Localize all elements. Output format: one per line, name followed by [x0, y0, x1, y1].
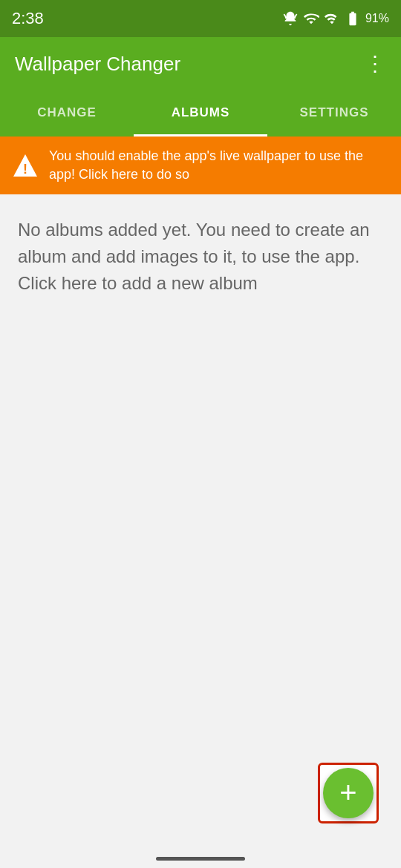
- wifi-icon: [303, 10, 319, 27]
- plus-icon: +: [339, 777, 356, 807]
- more-options-icon[interactable]: ⋮: [365, 53, 386, 74]
- fab-container: +: [318, 763, 379, 823]
- alert-triangle-icon: !: [12, 152, 39, 179]
- alarm-icon: [282, 10, 299, 27]
- battery-percent: 91%: [365, 12, 389, 25]
- tab-albums[interactable]: ALBUMS: [134, 91, 267, 137]
- svg-text:!: !: [23, 162, 27, 177]
- warning-text: You should enable the app's live wallpap…: [49, 147, 389, 184]
- status-time: 2:38: [12, 9, 44, 28]
- app-bar: Wallpaper Changer ⋮: [0, 37, 401, 91]
- warning-icon: !: [12, 152, 39, 179]
- tab-change[interactable]: CHANGE: [0, 91, 134, 137]
- status-bar: 2:38 91%: [0, 0, 401, 37]
- tab-settings[interactable]: SETTINGS: [267, 91, 401, 137]
- fab-outline: +: [318, 763, 379, 823]
- empty-albums-text: No albums added yet. You need to create …: [18, 217, 383, 297]
- signal-icon: [324, 10, 340, 27]
- home-indicator: [156, 857, 245, 861]
- app-title: Wallpaper Changer: [15, 53, 180, 76]
- add-album-button[interactable]: +: [323, 768, 374, 818]
- tab-bar: CHANGE ALBUMS SETTINGS: [0, 91, 401, 137]
- warning-banner[interactable]: ! You should enable the app's live wallp…: [0, 137, 401, 194]
- status-icons: 91%: [282, 10, 389, 27]
- battery-icon: [345, 10, 361, 27]
- main-content[interactable]: No albums added yet. You need to create …: [0, 194, 401, 319]
